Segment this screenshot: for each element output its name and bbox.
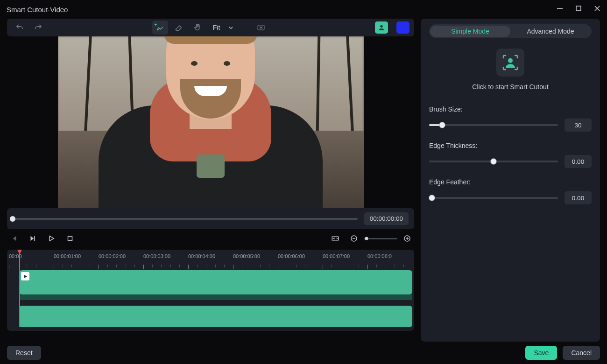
titlebar: Smart Cutout-Video xyxy=(0,0,607,19)
zoom-out-button[interactable] xyxy=(350,234,358,243)
cutout-caption: Click to start Smart Cutout xyxy=(429,83,592,91)
edge-thickness-value[interactable]: 0.00 xyxy=(565,155,592,168)
brush-size-value[interactable]: 30 xyxy=(565,119,592,132)
undo-button[interactable] xyxy=(12,21,28,35)
playhead[interactable] xyxy=(19,251,20,327)
timeline-ruler[interactable]: 00:0000:00:01:0000:00:02:0000:00:03:0000… xyxy=(9,253,412,269)
zoom-slider[interactable] xyxy=(364,238,397,239)
maximize-button[interactable] xyxy=(575,5,582,14)
play-button[interactable] xyxy=(47,234,56,243)
close-button[interactable] xyxy=(594,5,600,14)
footer: Reset Save Cancel xyxy=(0,342,607,364)
video-preview[interactable] xyxy=(58,36,364,208)
foreground-preview-chip[interactable] xyxy=(375,21,388,34)
zoom-in-button[interactable] xyxy=(403,234,411,243)
ruler-label: 00:00:02:00 xyxy=(99,253,143,259)
add-brush-tool[interactable]: + xyxy=(152,21,168,35)
edge-feather-value[interactable]: 0.00 xyxy=(565,191,592,204)
ruler-label: 00:00 xyxy=(9,253,54,259)
pan-tool[interactable] xyxy=(190,21,205,35)
step-back-button[interactable] xyxy=(10,234,18,243)
editor-toolbar: + Fit xyxy=(7,19,414,36)
chevron-down-icon xyxy=(228,25,233,30)
compare-toggle[interactable] xyxy=(253,21,269,35)
transport-controls xyxy=(7,229,414,248)
timeline[interactable]: 00:0000:00:01:0000:00:02:0000:00:03:0000… xyxy=(7,250,414,331)
ruler-label: 00:00:04:00 xyxy=(188,253,233,259)
window-title: Smart Cutout-Video xyxy=(7,6,68,14)
svg-rect-1 xyxy=(576,6,581,11)
ruler-label: 00:00:05:00 xyxy=(233,253,278,259)
scrubber-thumb[interactable] xyxy=(10,216,15,222)
ruler-label: 00:00:01:00 xyxy=(54,253,99,259)
svg-rect-6 xyxy=(68,237,72,241)
svg-point-5 xyxy=(380,25,382,28)
erase-brush-tool[interactable] xyxy=(171,21,187,35)
clip-play-icon xyxy=(21,272,29,280)
ruler-label: 00:00:07:00 xyxy=(323,253,367,259)
zoom-label: Fit xyxy=(213,24,220,31)
edge-thickness-slider[interactable] xyxy=(429,161,558,162)
scrubber-track[interactable] xyxy=(13,218,358,220)
settings-panel: Simple Mode Advanced Mode Click to start… xyxy=(421,19,600,342)
edge-feather-label: Edge Feather: xyxy=(429,178,592,186)
edge-thickness-label: Edge Thickness: xyxy=(429,142,592,149)
ruler-label: 00:00:06:00 xyxy=(278,253,323,259)
zoom-select[interactable]: Fit xyxy=(208,21,239,35)
audio-clip-track[interactable] xyxy=(19,306,412,327)
preview-area xyxy=(7,36,414,208)
brush-size-label: Brush Size: xyxy=(429,105,592,113)
mode-tabs: Simple Mode Advanced Mode xyxy=(429,24,592,38)
redo-button[interactable] xyxy=(30,21,46,35)
time-display: 00:00:00:00 xyxy=(364,212,409,225)
video-clip-track[interactable] xyxy=(19,270,412,294)
tab-simple-mode[interactable]: Simple Mode xyxy=(430,26,510,37)
background-preview-chip[interactable] xyxy=(396,21,409,34)
tab-advanced-mode[interactable]: Advanced Mode xyxy=(510,26,591,37)
save-button[interactable]: Save xyxy=(525,346,557,360)
cancel-button[interactable]: Cancel xyxy=(563,346,600,360)
brush-size-slider[interactable] xyxy=(429,124,558,126)
svg-point-13 xyxy=(508,58,513,63)
minimize-button[interactable] xyxy=(557,5,563,14)
ruler-label: 00:00:08:0 xyxy=(367,253,412,259)
reset-button[interactable]: Reset xyxy=(7,346,41,360)
scrubber-bar: 00:00:00:00 xyxy=(7,208,414,229)
clip-gap xyxy=(19,294,412,300)
ruler-label: 00:00:03:00 xyxy=(143,253,188,259)
stop-button[interactable] xyxy=(66,234,74,243)
fit-width-button[interactable] xyxy=(331,234,339,243)
edge-feather-slider[interactable] xyxy=(429,197,558,199)
start-cutout-button[interactable] xyxy=(496,49,524,77)
play-next-frame-button[interactable] xyxy=(28,234,37,243)
